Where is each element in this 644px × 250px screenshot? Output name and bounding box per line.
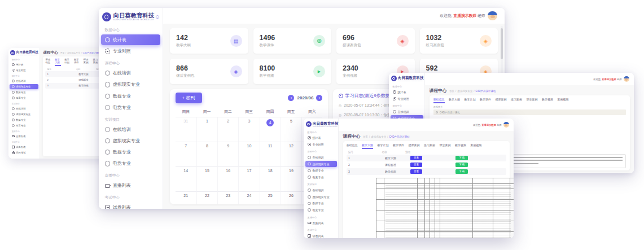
tab[interactable]: 案例视频 <box>471 143 482 149</box>
sidebar-item[interactable]: 课程中心 <box>101 58 160 68</box>
calendar-day[interactable]: 9 <box>217 142 238 166</box>
breadcrumb-home[interactable]: 首页 <box>449 90 454 93</box>
sidebar-item[interactable]: 我的考试 <box>10 150 38 155</box>
calendar-day[interactable]: 21 <box>176 191 196 204</box>
sidebar-item[interactable]: 统计表 <box>305 135 337 141</box>
sidebar-item[interactable]: 在线培训 <box>10 78 38 84</box>
sidebar-item[interactable]: 直播中心 <box>101 170 160 180</box>
tab[interactable]: 教学课件 <box>74 58 80 66</box>
tab[interactable]: 教学计划 <box>465 98 476 103</box>
calendar-day[interactable]: 31 <box>176 117 196 142</box>
tab[interactable]: 授课案例 <box>84 58 89 66</box>
calendar-day[interactable]: 4 <box>260 117 281 142</box>
sidebar-item[interactable]: 数媒专业 <box>305 200 337 207</box>
tab[interactable]: 基础信息 <box>433 98 445 103</box>
download-button[interactable]: 下 载 <box>455 169 468 174</box>
sidebar-item[interactable]: 实训项目 <box>305 181 337 186</box>
sidebar-item[interactable]: 数媒专业 <box>101 147 160 157</box>
calendar-day[interactable]: 24 <box>238 191 259 204</box>
calendar-day[interactable]: 1 <box>196 117 217 142</box>
sidebar-item[interactable]: 数据中心 <box>10 56 38 62</box>
teacher-avatar[interactable] <box>503 122 510 128</box>
tab[interactable]: 课堂案例 <box>527 98 538 103</box>
tab[interactable]: 课堂案例 <box>440 143 451 149</box>
sidebar-item[interactable]: 数据中心 <box>391 83 423 89</box>
calendar-day[interactable]: 2 <box>217 117 238 142</box>
sidebar-item[interactable]: 专业对照 <box>101 46 160 56</box>
sidebar-item[interactable]: 电竞专业 <box>101 102 160 113</box>
tab[interactable]: 教学视频 <box>542 98 553 103</box>
sidebar-item[interactable]: 试卷列表 <box>101 202 160 209</box>
sidebar-item[interactable]: 在线培训 <box>101 68 160 78</box>
breadcrumb-category[interactable]: 虚拟现实专业 <box>457 90 472 93</box>
scrollbar-thumb[interactable] <box>501 28 503 59</box>
sidebar-item[interactable]: 实训项目 <box>101 113 160 124</box>
download-button[interactable]: 下 载 <box>455 163 468 167</box>
sidebar-item[interactable]: 电竞专业 <box>305 207 337 213</box>
sidebar-item[interactable]: 数据中心 <box>305 129 337 134</box>
sidebar-item[interactable]: 数媒专业 <box>10 90 38 95</box>
sidebar-item[interactable]: 直播中心 <box>10 128 38 133</box>
view-button[interactable]: 查看 <box>410 163 422 167</box>
tab[interactable]: 练习案例 <box>424 143 435 149</box>
view-button[interactable]: 查看 <box>410 169 422 174</box>
tab[interactable]: 练习案例 <box>93 58 99 66</box>
tab[interactable]: 教学大纲 <box>449 98 460 103</box>
sidebar-item[interactable]: 在线培训 <box>391 108 423 115</box>
sidebar-item[interactable]: 考试中心 <box>10 139 38 144</box>
sidebar-item[interactable]: 直播列表 <box>10 134 38 139</box>
sidebar-item[interactable]: 电竞专业 <box>10 95 38 100</box>
sidebar-item[interactable]: 电竞专业 <box>305 174 337 181</box>
sidebar-item[interactable]: 直播中心 <box>305 213 337 219</box>
sidebar-item[interactable]: 在线培训 <box>10 106 38 111</box>
breadcrumb-home[interactable]: 首页 <box>60 51 65 54</box>
tab[interactable]: 教学视频 <box>455 143 466 149</box>
calendar-day[interactable]: 25 <box>260 191 281 204</box>
breadcrumb-category[interactable]: 虚拟现实专业 <box>67 51 80 54</box>
tab[interactable]: 教学计划 <box>378 143 389 149</box>
sidebar-item[interactable]: 数据中心 <box>101 24 160 34</box>
tab[interactable]: 练习案例 <box>511 98 522 103</box>
sidebar-item[interactable]: 统计表 <box>101 34 160 45</box>
tab[interactable]: 教学计划 <box>64 58 70 66</box>
sidebar-item[interactable]: 专业对照 <box>391 96 423 102</box>
calendar-day[interactable]: 22 <box>196 191 217 204</box>
calendar-day[interactable]: 23 <box>217 191 238 204</box>
teacher-avatar[interactable] <box>488 11 497 21</box>
sidebar-item[interactable]: 电竞专业 <box>10 122 38 128</box>
collapse-icon[interactable] <box>420 77 423 80</box>
sidebar-item[interactable]: 考试中心 <box>305 226 337 232</box>
sidebar-item[interactable]: 数媒专业 <box>10 117 38 122</box>
calendar-next-button[interactable]: › <box>316 95 322 101</box>
sidebar-item[interactable]: 试卷列表 <box>10 144 38 150</box>
tab[interactable]: 教学大纲 <box>362 143 373 149</box>
tab[interactable]: 授课案例 <box>496 98 507 103</box>
course-accordion[interactable]: C4D产品设计课程 <box>433 109 626 115</box>
sidebar-item[interactable]: 虚拟现实专业 <box>10 112 38 117</box>
calendar-day[interactable]: 16 <box>217 166 238 191</box>
tab[interactable]: 教学课件 <box>480 98 491 103</box>
sidebar-item[interactable]: 虚拟现实专业 <box>10 84 38 89</box>
sidebar-item[interactable]: 直播列表 <box>101 180 160 191</box>
calendar-day[interactable]: 5 <box>281 117 301 142</box>
sidebar-item[interactable]: 虚拟现实专业 <box>305 194 337 200</box>
teacher-avatar[interactable] <box>624 76 630 82</box>
sidebar-item[interactable]: 虚拟现实专业 <box>101 135 160 146</box>
calendar-day[interactable]: 8 <box>196 142 217 166</box>
sidebar-item[interactable]: 在线培训 <box>101 124 160 135</box>
collapse-icon[interactable] <box>334 122 336 126</box>
tab[interactable]: 授课案例 <box>409 143 420 149</box>
sidebar-item[interactable]: 统计表 <box>391 89 423 95</box>
sidebar-item[interactable]: 电竞专业 <box>101 158 160 169</box>
calendar-day[interactable]: 10 <box>238 142 259 166</box>
calendar-day[interactable]: 26 <box>281 191 301 204</box>
sidebar-item[interactable]: 实训项目 <box>10 100 38 106</box>
calendar-day[interactable]: 18 <box>260 166 281 191</box>
calendar-day[interactable]: 3 <box>238 117 259 142</box>
tab[interactable]: 教学课件 <box>393 143 404 149</box>
calendar-day[interactable]: 14 <box>176 166 196 191</box>
sidebar-item[interactable]: 课程中心 <box>391 102 423 108</box>
sidebar-item[interactable]: 专业对照 <box>305 142 337 148</box>
tab[interactable]: 基础信息 <box>45 58 51 66</box>
calendar-day[interactable]: 7 <box>176 142 196 166</box>
